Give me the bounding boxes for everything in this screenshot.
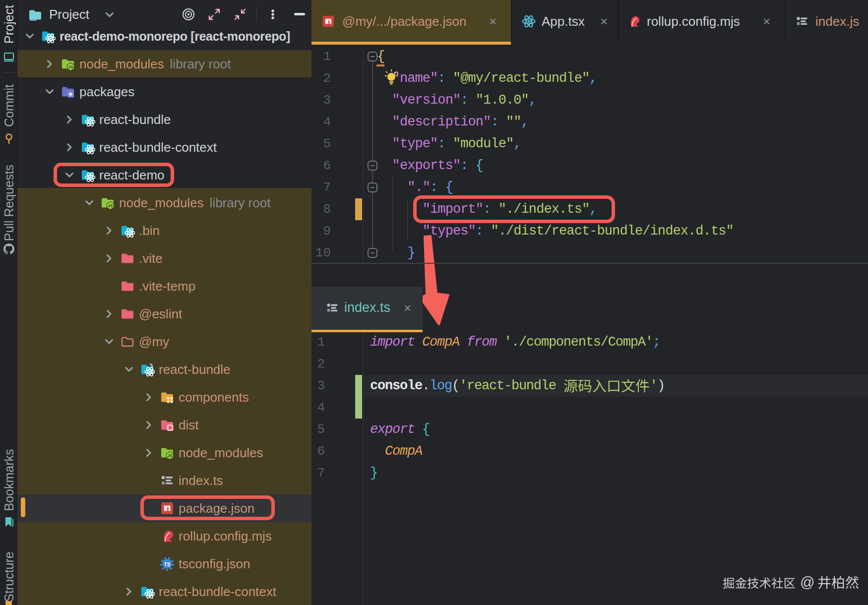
- svg-text:JS: JS: [167, 453, 173, 458]
- svg-text:TS: TS: [164, 562, 171, 567]
- svg-text:JS: JS: [68, 64, 73, 69]
- svg-text:JS: JS: [108, 203, 113, 208]
